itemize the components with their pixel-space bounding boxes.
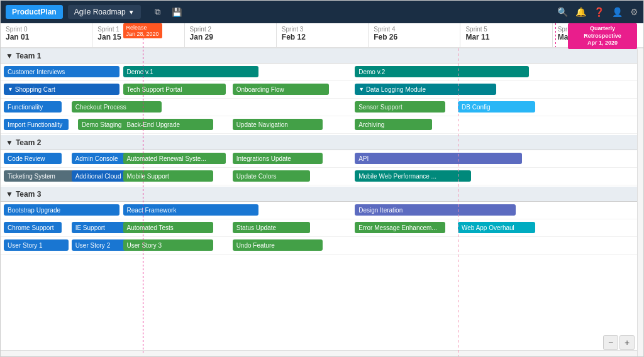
sprint-4-header: Sprint 4 Feb 26 bbox=[369, 23, 460, 47]
bar-automated-renewal[interactable]: Automated Renewal Syste... bbox=[123, 153, 226, 164]
bar-chrome[interactable]: Chrome Support bbox=[4, 222, 62, 233]
sprint-2-header: Sprint 2 Jan 29 bbox=[185, 23, 277, 47]
gantt-content: ▼ Team 1 Customer Interviews Demo v.1 De… bbox=[1, 48, 644, 357]
zoom-controls: − + bbox=[603, 335, 635, 350]
team2-row-1: Code Review Admin Console Automated Rene… bbox=[1, 150, 644, 168]
bar-user-story-3[interactable]: User Story 3 bbox=[123, 239, 213, 251]
app-logo[interactable]: ProductPlan bbox=[6, 5, 63, 19]
bar-undo-feature[interactable]: Undo Feature bbox=[233, 239, 323, 251]
bar-onboarding[interactable]: Onboarding Flow bbox=[233, 84, 330, 95]
team3-row-2: Chrome Support IE Support Automated Test… bbox=[1, 219, 644, 237]
user-icon[interactable]: 👤 bbox=[612, 7, 623, 17]
team-2-header: ▼ Team 2 bbox=[1, 135, 644, 150]
search-icon[interactable]: 🔍 bbox=[557, 7, 568, 17]
save-button[interactable]: 💾 bbox=[168, 6, 186, 18]
collapse-icon-2[interactable]: ▼ bbox=[6, 138, 13, 147]
bar-react[interactable]: React Framework bbox=[123, 204, 258, 216]
bar-tech-support[interactable]: Tech Support Portal bbox=[123, 84, 226, 95]
chevron-down-icon: ▼ bbox=[128, 9, 135, 16]
bar-mobile-web[interactable]: Mobile Web Performance ... bbox=[355, 170, 470, 182]
bar-data-logging[interactable]: ▼ Data Logging Module bbox=[355, 84, 496, 95]
nav-icons: 🔍 🔔 ❓ 👤 ⚙ bbox=[557, 7, 638, 17]
bar-bootstrap[interactable]: Bootstrap Upgrade bbox=[4, 204, 119, 216]
team1-row-1: Customer Interviews Demo v.1 Demo v.2 bbox=[1, 63, 644, 81]
bar-update-colors[interactable]: Update Colors bbox=[233, 170, 310, 182]
help-icon[interactable]: ❓ bbox=[594, 7, 604, 17]
bottom-scrollbar[interactable] bbox=[1, 350, 637, 357]
bar-functionality[interactable]: Functionality bbox=[4, 101, 62, 113]
bar-checkout[interactable]: Checkout Process bbox=[72, 101, 162, 113]
team-3-header: ▼ Team 3 bbox=[1, 187, 644, 202]
copy-button[interactable]: ⧉ bbox=[151, 6, 164, 18]
team3-row-1: Bootstrap Upgrade React Framework Design… bbox=[1, 202, 644, 219]
bar-import-func[interactable]: Import Functionality bbox=[4, 119, 68, 130]
bar-error-msg[interactable]: Error Message Enhancem... bbox=[355, 222, 445, 233]
team-2-section: ▼ Team 2 Code Review Admin Console Autom… bbox=[1, 135, 644, 185]
bell-icon[interactable]: 🔔 bbox=[575, 7, 586, 17]
bar-design-iteration[interactable]: Design Iteration bbox=[355, 204, 516, 216]
team-1-header: ▼ Team 1 bbox=[1, 48, 644, 63]
bar-api[interactable]: API bbox=[355, 153, 522, 164]
top-nav: ProductPlan Agile Roadmap ▼ ⧉ 💾 🔍 🔔 ❓ 👤 … bbox=[1, 1, 643, 23]
bar-update-nav[interactable]: Update Navigation bbox=[233, 119, 323, 130]
bar-archiving[interactable]: Archiving bbox=[355, 119, 432, 130]
bar-db-config[interactable]: DB Config bbox=[458, 101, 535, 113]
bar-backend[interactable]: Back-End Upgrade bbox=[123, 119, 213, 130]
v-line-1 bbox=[458, 48, 458, 357]
bar-ie[interactable]: IE Support bbox=[72, 222, 130, 233]
collapse-icon[interactable]: ▼ bbox=[6, 52, 13, 60]
bar-ticketing[interactable]: Ticketing System bbox=[4, 170, 81, 182]
bar-sensor[interactable]: Sensor Support bbox=[355, 101, 445, 113]
settings-icon[interactable]: ⚙ bbox=[630, 7, 638, 17]
zoom-out-button[interactable]: − bbox=[603, 335, 618, 350]
release-marker: Release Jan 28, 2020 bbox=[123, 23, 162, 38]
team1-row-4: Import Functionality Demo Staging Back-E… bbox=[1, 116, 644, 134]
bar-customer-interviews[interactable]: Customer Interviews bbox=[4, 66, 119, 77]
bar-integrations[interactable]: Integrations Update bbox=[233, 153, 323, 164]
bar-auto-tests[interactable]: Automated Tests bbox=[123, 222, 213, 233]
timeline-header: Sprint 0 Jan 01 Sprint 1 Jan 15 Sprint 2… bbox=[1, 23, 644, 48]
team2-row-2: Ticketing System Additional Cloud Sup...… bbox=[1, 168, 644, 185]
plan-title[interactable]: Agile Roadmap ▼ bbox=[68, 5, 141, 19]
bar-shopping-cart[interactable]: ▼ Shopping Cart bbox=[4, 84, 119, 95]
team1-row-3: Functionality Checkout Process Sensor Su… bbox=[1, 99, 644, 116]
sprint-5-header: Sprint 5 Mar 11 bbox=[460, 23, 552, 47]
bar-status-update[interactable]: Status Update bbox=[233, 222, 310, 233]
quarterly-badge: Quarterly Retrospective Apr 1, 2020 bbox=[568, 23, 637, 49]
collapse-icon-3[interactable]: ▼ bbox=[6, 190, 13, 199]
bar-demo-v1[interactable]: Demo v.1 bbox=[123, 66, 258, 77]
bar-demo-v2[interactable]: Demo v.2 bbox=[355, 66, 528, 77]
team3-row-3: User Story 1 User Story 2 User Story 3 U… bbox=[1, 237, 644, 255]
team1-row-2: ▼ Shopping Cart Tech Support Portal Onbo… bbox=[1, 81, 644, 99]
sprint-3-header: Sprint 3 Feb 12 bbox=[277, 23, 369, 47]
team-3-section: ▼ Team 3 Bootstrap Upgrade React Framewo… bbox=[1, 187, 644, 255]
bar-user-story-1[interactable]: User Story 1 bbox=[4, 239, 68, 251]
right-scrollbar[interactable] bbox=[637, 48, 644, 357]
zoom-in-button[interactable]: + bbox=[619, 335, 635, 350]
bar-code-review[interactable]: Code Review bbox=[4, 153, 62, 164]
bar-webapp-overhaul[interactable]: Web App Overhaul bbox=[458, 222, 535, 233]
team-1-section: ▼ Team 1 Customer Interviews Demo v.1 De… bbox=[1, 48, 644, 134]
bar-mobile-support[interactable]: Mobile Support bbox=[123, 170, 213, 182]
sprint-0-header: Sprint 0 Jan 01 bbox=[1, 23, 92, 47]
